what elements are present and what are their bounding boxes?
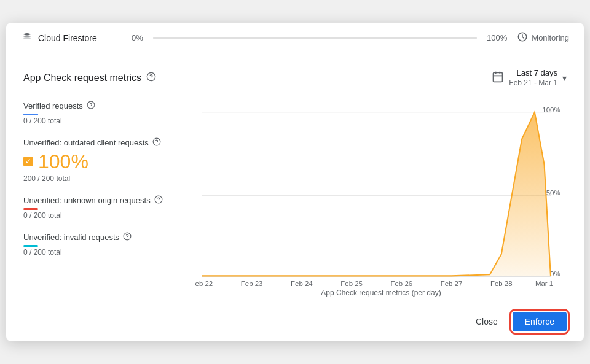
svg-text:Feb 26: Feb 26 — [391, 280, 413, 286]
verified-help-icon[interactable] — [87, 101, 95, 111]
svg-text:Feb 25: Feb 25 — [340, 280, 363, 286]
unverified-invalid-label: Unverified: invalid requests — [23, 233, 119, 242]
progress-start: 0% — [132, 33, 143, 42]
metrics-title-row: App Check request metrics — [23, 72, 156, 84]
unverified-outdated-big-value: 100% — [38, 150, 88, 173]
date-range-label: Last 7 days — [517, 68, 558, 79]
unverified-unknown-line — [23, 208, 38, 210]
legend-verified: Verified requests 0 / 200 total — [23, 101, 186, 125]
chart-x-label: App Check request metrics (per day) — [195, 288, 567, 302]
service-name: Cloud Firestore — [38, 33, 97, 43]
unverified-invalid-line — [23, 245, 38, 247]
enforce-button[interactable]: Enforce — [513, 312, 567, 331]
svg-text:Feb 27: Feb 27 — [441, 280, 463, 286]
main-dialog: Cloud Firestore 0% 100% Monitoring App C… — [6, 23, 584, 341]
chart-area: Verified requests 0 / 200 total — [23, 101, 567, 302]
chart-wrapper: 100% 50% 0% — [195, 101, 567, 302]
chart-area-fill — [202, 112, 551, 276]
svg-text:0%: 0% — [550, 270, 560, 277]
unverified-outdated-help-icon[interactable] — [152, 137, 161, 148]
progress-section: 0% 100% — [132, 33, 507, 42]
svg-text:Feb 24: Feb 24 — [291, 280, 313, 286]
legend-unverified-unknown-title: Unverified: unknown origin requests — [23, 195, 186, 206]
legend-unverified-outdated-title: Unverified: outdated client requests — [23, 137, 186, 148]
main-content: App Check request metrics — [6, 53, 584, 301]
svg-text:Mar 1: Mar 1 — [535, 280, 553, 286]
date-range-sub: Feb 21 - Mar 1 — [509, 79, 557, 88]
unverified-invalid-total: 0 / 200 total — [23, 248, 186, 257]
monitoring-label: Monitoring — [532, 33, 569, 42]
unverified-outdated-label: Unverified: outdated client requests — [23, 138, 149, 147]
unverified-outdated-total: 200 / 200 total — [23, 174, 186, 183]
clock-icon — [517, 31, 528, 45]
chevron-down-icon: ▾ — [562, 73, 567, 83]
unverified-unknown-help-icon[interactable] — [154, 195, 163, 206]
close-button[interactable]: Close — [466, 312, 508, 331]
svg-text:Feb 23: Feb 23 — [241, 280, 263, 286]
verified-total: 0 / 200 total — [23, 117, 186, 125]
chart-line — [202, 112, 551, 276]
service-info: Cloud Firestore — [21, 30, 132, 45]
legend-unverified-unknown: Unverified: unknown origin requests 0 / … — [23, 195, 186, 220]
help-icon[interactable] — [146, 72, 156, 84]
unverified-invalid-help-icon[interactable] — [123, 232, 132, 242]
monitoring-section: Monitoring — [517, 31, 569, 45]
svg-text:Feb 28: Feb 28 — [490, 280, 513, 286]
progress-end: 100% — [487, 33, 507, 42]
service-icon — [21, 30, 33, 45]
legend-verified-title: Verified requests — [23, 101, 186, 111]
svg-text:Feb 22: Feb 22 — [195, 280, 213, 286]
metrics-header: App Check request metrics — [23, 68, 567, 88]
dialog-footer: Close Enforce — [6, 302, 584, 341]
chart-svg: 100% 50% 0% — [195, 101, 567, 286]
unverified-unknown-total: 0 / 200 total — [23, 211, 186, 220]
date-range-text: Last 7 days Feb 21 - Mar 1 — [509, 68, 557, 88]
metrics-title: App Check request metrics — [23, 72, 141, 83]
unverified-unknown-label: Unverified: unknown origin requests — [23, 196, 151, 205]
unverified-outdated-value-row: ✓ 100% — [23, 150, 186, 173]
calendar-icon — [492, 71, 504, 86]
date-range-picker[interactable]: Last 7 days Feb 21 - Mar 1 ▾ — [492, 68, 567, 88]
unverified-outdated-checkbox[interactable]: ✓ — [23, 157, 33, 166]
legend-unverified-invalid: Unverified: invalid requests 0 / 200 tot… — [23, 232, 186, 257]
progress-bar — [153, 37, 477, 39]
top-bar: Cloud Firestore 0% 100% Monitoring — [6, 23, 584, 53]
legend-unverified-invalid-title: Unverified: invalid requests — [23, 232, 186, 242]
svg-rect-3 — [494, 72, 503, 82]
legend-unverified-outdated: Unverified: outdated client requests ✓ 1… — [23, 137, 186, 183]
verified-label: Verified requests — [23, 101, 83, 110]
metrics-legend: Verified requests 0 / 200 total — [23, 101, 195, 302]
verified-line — [23, 114, 38, 115]
